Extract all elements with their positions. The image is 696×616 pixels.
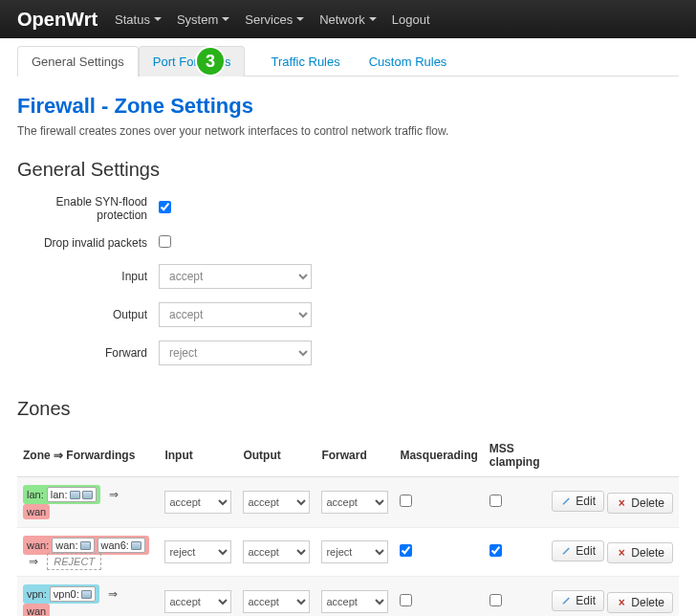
navbar: OpenWrt Status System Services Network L… (0, 0, 696, 38)
col-forward: Forward (315, 434, 394, 477)
caret-icon (369, 17, 377, 21)
zone-row-lan: lan: lan: ⇒ wan accept accept accept Edi… (17, 477, 679, 528)
tab-port-forwards[interactable]: Port Forwards (139, 46, 246, 77)
input-label: Input (17, 270, 159, 283)
zones-heading: Zones (17, 398, 679, 421)
zone-badge-wan: wan: wan: wan6: (23, 536, 149, 555)
iface-icon (81, 590, 92, 599)
lan-delete-button[interactable]: ×Delete (607, 493, 673, 514)
forward-label: Forward (17, 346, 159, 360)
drop-invalid-label: Drop invalid packets (17, 236, 159, 250)
annotation-badge-3: 3 (197, 48, 224, 75)
brand: OpenWrt (17, 9, 98, 31)
vpn-output-select[interactable]: accept (243, 590, 310, 613)
wan-delete-button[interactable]: ×Delete (607, 542, 673, 563)
iface-icon (82, 491, 93, 499)
syn-flood-label: Enable SYN-flood protection (17, 195, 159, 222)
lan-edit-button[interactable]: Edit (552, 491, 604, 512)
zones-table: Zone ⇒ Forwardings Input Output Forward … (17, 434, 679, 616)
col-input: Input (159, 434, 237, 477)
nav-network[interactable]: Network (319, 12, 377, 27)
caret-icon (296, 17, 304, 21)
col-actions (545, 434, 679, 477)
zone-badge-vpn: vpn: vpn0: (23, 584, 99, 604)
vpn-delete-button[interactable]: ×Delete (607, 592, 673, 613)
arrow-icon: ⇒ (29, 555, 38, 568)
tab-custom-rules[interactable]: Custom Rules (355, 46, 462, 77)
forward-select[interactable]: reject (159, 341, 312, 365)
page-title: Firewall - Zone Settings (17, 94, 679, 119)
wan-output-select[interactable]: accept (243, 540, 310, 563)
edit-icon (560, 495, 572, 507)
zone-row-wan: wan: wan: wan6: ⇒ REJECT reject accept r… (17, 528, 679, 577)
lan-forward-select[interactable]: accept (321, 491, 388, 514)
caret-icon (154, 17, 162, 21)
nav-system[interactable]: System (177, 12, 229, 27)
zone-fwd-wan: wan (23, 504, 50, 519)
tabs: General Settings Port Forwards Traffic R… (17, 46, 679, 77)
vpn-edit-button[interactable]: Edit (552, 590, 604, 611)
lan-output-select[interactable]: accept (243, 491, 310, 514)
edit-icon (560, 595, 572, 606)
vpn-mss-checkbox[interactable] (489, 594, 502, 606)
arrow-icon: ⇒ (109, 488, 119, 501)
page-description: The firewall creates zones over your net… (17, 124, 679, 138)
zone-fwd-reject: REJECT (47, 553, 101, 570)
lan-mss-checkbox[interactable] (489, 495, 502, 507)
iface-icon (70, 491, 80, 499)
zone-fwd-wan: wan (23, 604, 50, 616)
lan-input-select[interactable]: accept (164, 491, 231, 514)
iface-icon (131, 541, 141, 550)
zone-badge-lan: lan: lan: (23, 485, 100, 504)
arrow-icon: ⇒ (108, 587, 118, 601)
syn-flood-checkbox[interactable] (159, 201, 171, 213)
vpn-masq-checkbox[interactable] (400, 594, 412, 606)
lan-masq-checkbox[interactable] (400, 495, 412, 507)
col-mss: MSS clamping (484, 434, 546, 477)
col-zone: Zone ⇒ Forwardings (17, 434, 159, 477)
wan-edit-button[interactable]: Edit (552, 540, 604, 561)
tab-general-settings[interactable]: General Settings (17, 46, 139, 77)
nav-logout[interactable]: Logout (392, 12, 430, 27)
output-label: Output (17, 308, 159, 321)
delete-icon: × (616, 597, 627, 608)
general-settings-heading: General Settings (17, 159, 679, 182)
zone-row-vpn: vpn: vpn0: ⇒ wan accept accept accept Ed… (17, 577, 679, 617)
wan-masq-checkbox[interactable] (400, 544, 412, 557)
tab-traffic-rules[interactable]: Traffic Rules (245, 46, 354, 77)
caret-icon (222, 17, 229, 21)
wan-input-select[interactable]: reject (164, 540, 231, 563)
nav-status[interactable]: Status (115, 12, 162, 27)
vpn-forward-select[interactable]: accept (321, 590, 388, 613)
edit-icon (560, 545, 572, 557)
wan-forward-select[interactable]: reject (321, 540, 388, 563)
delete-icon: × (616, 497, 627, 509)
col-output: Output (237, 434, 315, 477)
nav-services[interactable]: Services (245, 12, 304, 27)
drop-invalid-checkbox[interactable] (159, 235, 171, 248)
wan-mss-checkbox[interactable] (489, 544, 502, 557)
col-masq: Masquerading (394, 434, 483, 477)
vpn-input-select[interactable]: accept (164, 590, 231, 613)
iface-icon (80, 541, 91, 550)
output-select[interactable]: accept (159, 302, 312, 327)
delete-icon: × (616, 547, 627, 559)
input-select[interactable]: accept (159, 264, 312, 289)
